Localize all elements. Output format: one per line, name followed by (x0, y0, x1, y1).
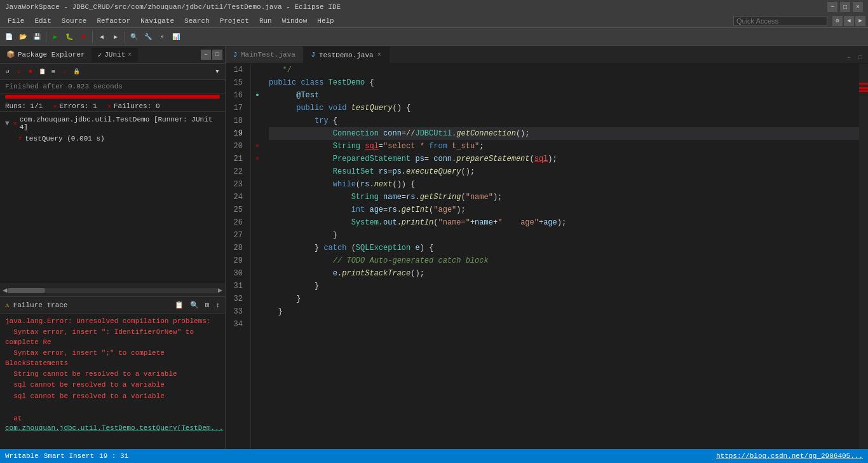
trace-filter-btn[interactable]: 🔍 (190, 301, 199, 309)
editor-tab-maximize[interactable]: □ (855, 53, 865, 63)
trace-layout-btn[interactable]: ⊞ (205, 301, 210, 309)
trace-line-6: sql cannot be resolved to a variable (5, 391, 220, 402)
tab-package-explorer[interactable]: 📦 Package Explorer (0, 48, 92, 61)
junit-show-failures[interactable]: ⚠ (60, 67, 70, 77)
toolbar-stop[interactable]: ■ (77, 31, 90, 43)
line-num-16: 16 (226, 89, 245, 102)
junit-stop-btn[interactable]: ■ (25, 67, 36, 77)
menu-edit[interactable]: Edit (29, 16, 56, 26)
trace-stack-link[interactable]: com.zhouquan.jdbc.util.TestDemo.testQuer… (5, 424, 223, 432)
left-panel: 📦 Package Explorer ✓ JUnit × − □ ↺ ↺ ■ 📋… (0, 46, 226, 449)
method-icon: ⚡ (18, 134, 22, 143)
junit-filter[interactable]: ▼ (212, 67, 222, 77)
gutter-32 (251, 293, 264, 305)
menu-window[interactable]: Window (277, 16, 313, 26)
menu-source[interactable]: Source (57, 16, 92, 26)
toolbar-extra-1[interactable]: ⚡ (156, 31, 168, 43)
code-line-14: */ (269, 64, 859, 76)
menu-file[interactable]: File (3, 16, 29, 26)
menu-tb-btn-2[interactable]: ◀ (844, 16, 854, 26)
status-link[interactable]: https://blog.csdn.net/qq_2986405... (716, 452, 863, 460)
junit-rerun-failed[interactable]: ↺ (14, 67, 24, 77)
line-numbers: 14 15 16 17 18 19 20 21 22 23 24 25 26 2… (226, 64, 251, 449)
editor-tab-maintest[interactable]: J MainTest.java (226, 46, 304, 63)
junit-suite-item[interactable]: ▼ ✕ com.zhouquan.jdbc.util.TestDemo [Run… (3, 114, 222, 132)
editor-scrollbar[interactable] (859, 64, 868, 449)
editor-tab-minimize[interactable]: − (844, 53, 854, 63)
menu-refactor[interactable]: Refactor (92, 16, 135, 26)
line-num-28: 28 (226, 242, 245, 254)
quick-access-input[interactable] (733, 16, 827, 26)
junit-errors-label: Errors: 1 (59, 102, 97, 110)
status-bar: Writable Smart Insert 19 : 31 https://bl… (0, 449, 868, 463)
trace-copy-btn[interactable]: 📋 (175, 301, 184, 309)
testdemo-tab-close[interactable]: × (377, 52, 381, 59)
toolbar-refactor[interactable]: 🔧 (142, 31, 154, 43)
status-position: 19 : 31 (99, 452, 128, 460)
line14-comment: */ (269, 64, 292, 76)
menu-help[interactable]: Help (312, 16, 339, 26)
editor-tab-controls: − □ (841, 53, 868, 63)
toolbar: 📄 📂 💾 ▶ 🐛 ■ ◀ ▶ 🔍 🔧 ⚡ 📊 (0, 28, 868, 46)
menu-run[interactable]: Run (254, 16, 277, 26)
menu-navigate[interactable]: Navigate (135, 16, 179, 26)
junit-method-item[interactable]: ⚡ testQuery (0.001 s) (3, 132, 222, 144)
menu-search[interactable]: Search (179, 16, 215, 26)
status-writable[interactable]: Writable (5, 452, 39, 460)
minimize-button[interactable]: − (827, 2, 837, 12)
scroll-thumb[interactable] (7, 288, 45, 293)
junit-layout[interactable]: ⊞ (48, 67, 58, 77)
trace-line-2: Syntax error, insert ": IdentifierOrNew"… (5, 327, 220, 348)
toolbar-new[interactable]: 📄 (3, 31, 15, 43)
gutter-26 (251, 216, 264, 229)
scroll-right-btn[interactable]: ▶ (218, 286, 222, 295)
toolbar-back[interactable]: ◀ (95, 31, 108, 43)
panel-minimize-btn[interactable]: − (201, 50, 211, 60)
toolbar-run[interactable]: ▶ (49, 31, 62, 43)
toolbar-fwd[interactable]: ▶ (109, 31, 122, 43)
code-content[interactable]: */ public class TestDemo { @Test (264, 64, 859, 449)
junit-history[interactable]: 📋 (37, 67, 47, 77)
toolbar-search[interactable]: 🔍 (128, 31, 140, 43)
title-bar: JavaWorkSpace - JDBC_CRUD/src/com/zhouqu… (0, 0, 868, 14)
junit-scroll-lock[interactable]: 🔒 (71, 67, 81, 77)
toolbar-extra-2[interactable]: 📊 (170, 31, 182, 43)
panel-maximize-btn[interactable]: □ (212, 50, 222, 60)
toolbar-save[interactable]: 💾 (31, 31, 43, 43)
failure-trace-content: java.lang.Error: Unresolved compilation … (0, 314, 225, 449)
close-button[interactable]: × (853, 2, 863, 12)
scroll-left-btn[interactable]: ◀ (3, 286, 7, 295)
menu-tb-btn-3[interactable]: ▶ (855, 16, 865, 26)
gutter-21[interactable]: ✕ (251, 153, 264, 165)
menu-project[interactable]: Project (215, 16, 254, 26)
line-num-18: 18 (226, 114, 245, 127)
toolbar-sep-3 (125, 31, 125, 43)
scroll-marker-3 (859, 90, 868, 92)
code-line-25: int age = rs . getInt ( "age" ); (269, 204, 859, 216)
maximize-button[interactable]: □ (840, 2, 850, 12)
editor-tab-testdemo[interactable]: J TestDemo.java × (304, 46, 390, 63)
editor-panel: J MainTest.java J TestDemo.java × − □ 14… (226, 46, 868, 449)
line-num-14: 14 (226, 64, 245, 76)
gutter-20[interactable]: ✕ (251, 140, 264, 153)
tab-junit[interactable]: ✓ JUnit × (92, 48, 139, 62)
code-line-27: } (269, 229, 859, 242)
line-num-22: 22 (226, 165, 245, 178)
toolbar-debug[interactable]: 🐛 (63, 31, 76, 43)
status-insert-mode[interactable]: Smart Insert (44, 452, 94, 460)
tab-junit-label: JUnit (104, 51, 125, 59)
status-right: https://blog.csdn.net/qq_2986405... (716, 452, 863, 460)
menu-bar: File Edit Source Refactor Navigate Searc… (0, 14, 868, 28)
left-panel-scrollbar[interactable]: ◀ ▶ (0, 284, 225, 296)
code-line-15: public class TestDemo { (269, 76, 859, 89)
trace-expand-btn[interactable]: ↕ (215, 301, 220, 309)
line-num-25: 25 (226, 204, 245, 216)
code-editor[interactable]: 14 15 16 17 18 19 20 21 22 23 24 25 26 2… (226, 64, 868, 449)
tab-junit-close[interactable]: × (128, 52, 132, 59)
junit-runs: Runs: 1/1 (5, 102, 43, 110)
trace-line-7 (5, 402, 220, 413)
trace-line-8[interactable]: at com.zhouquan.jdbc.util.TestDemo.testQ… (5, 413, 220, 434)
junit-rerun-btn[interactable]: ↺ (3, 67, 13, 77)
menu-tb-btn-1[interactable]: ⚙ (832, 16, 843, 26)
toolbar-open[interactable]: 📂 (17, 31, 29, 43)
